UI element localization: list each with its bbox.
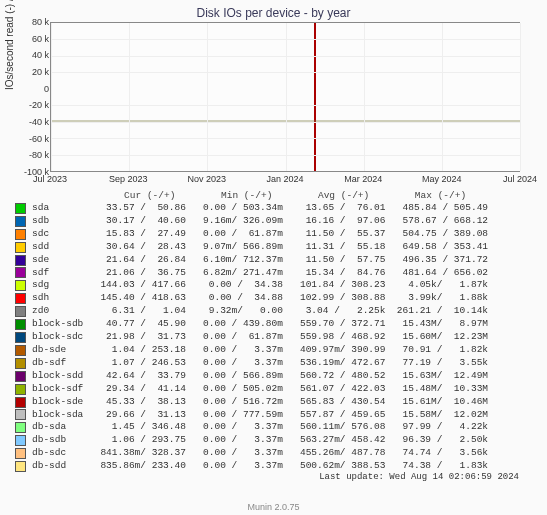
legend-swatch: [15, 332, 26, 343]
legend-text: block-sdd 42.64 / 33.79 0.00 / 566.89m 5…: [32, 370, 488, 383]
x-tick: Mar 2024: [344, 174, 382, 184]
legend-row: sdb 30.17 / 40.60 9.16m/ 326.09m 16.16 /…: [15, 215, 488, 228]
legend-swatch: [15, 461, 26, 472]
legend-swatch: [15, 345, 26, 356]
legend-text: db-sda 1.45 / 346.48 0.00 / 3.37m 560.11…: [32, 421, 488, 434]
x-tick: May 2024: [422, 174, 462, 184]
legend-row: db-sdc 841.38m/ 328.37 0.00 / 3.37m 455.…: [15, 447, 488, 460]
legend-swatch: [15, 255, 26, 266]
legend-text: block-sdc 21.98 / 31.73 0.00 / 61.87m 55…: [32, 331, 488, 344]
legend-row: sde 21.64 / 26.84 6.10m/ 712.37m 11.50 /…: [15, 254, 488, 267]
legend-row: zd0 6.31 / 1.04 9.32m/ 0.00 3.04 / 2.25k…: [15, 305, 488, 318]
legend-text: db-sdb 1.06 / 293.75 0.00 / 3.37m 563.27…: [32, 434, 488, 447]
y-tick: 60 k: [9, 34, 49, 44]
legend-text: sdd 30.64 / 28.43 9.07m/ 566.89m 11.31 /…: [32, 241, 488, 254]
legend-text: block-sda 29.66 / 31.13 0.00 / 777.59m 5…: [32, 409, 488, 422]
legend-text: block-sdf 29.34 / 41.14 0.00 / 505.02m 5…: [32, 383, 488, 396]
legend-swatch: [15, 306, 26, 317]
legend-text: sdc 15.83 / 27.49 0.00 / 61.87m 11.50 / …: [32, 228, 488, 241]
legend-text: sdh 145.40 / 418.63 0.00 / 34.88 102.99 …: [32, 292, 488, 305]
legend-row: sda 33.57 / 50.86 0.00 / 503.34m 13.65 /…: [15, 202, 488, 215]
y-tick: -60 k: [9, 134, 49, 144]
legend-swatch: [15, 384, 26, 395]
legend-text: sde 21.64 / 26.84 6.10m/ 712.37m 11.50 /…: [32, 254, 488, 267]
legend-swatch: [15, 409, 26, 420]
legend-row: db-sdf 1.07 / 246.53 0.00 / 3.37m 536.19…: [15, 357, 488, 370]
legend-swatch: [15, 397, 26, 408]
legend-header: Cur (-/+) Min (-/+) Avg (-/+) Max (-/+): [50, 190, 466, 201]
legend-swatch: [15, 203, 26, 214]
x-tick: Jan 2024: [266, 174, 303, 184]
legend-swatch: [15, 267, 26, 278]
y-tick: -20 k: [9, 100, 49, 110]
y-tick: -40 k: [9, 117, 49, 127]
legend-row: sdf 21.06 / 36.75 6.82m/ 271.47m 15.34 /…: [15, 267, 488, 280]
legend-text: db-sdf 1.07 / 246.53 0.00 / 3.37m 536.19…: [32, 357, 488, 370]
legend-row: sdg 144.03 / 417.66 0.00 / 34.38 101.84 …: [15, 279, 488, 292]
last-update-text: Last update: Wed Aug 14 02:06:59 2024: [319, 472, 519, 482]
legend-row: db-sda 1.45 / 346.48 0.00 / 3.37m 560.11…: [15, 421, 488, 434]
legend-text: db-sdc 841.38m/ 328.37 0.00 / 3.37m 455.…: [32, 447, 488, 460]
y-tick: 0: [9, 84, 49, 94]
legend-text: sdf 21.06 / 36.75 6.82m/ 271.47m 15.34 /…: [32, 267, 488, 280]
chart-title: Disk IOs per device - by year: [0, 6, 547, 20]
x-tick: Jul 2024: [503, 174, 537, 184]
data-spike: [314, 23, 316, 171]
legend-row: block-sda 29.66 / 31.13 0.00 / 777.59m 5…: [15, 409, 488, 422]
legend-swatch: [15, 358, 26, 369]
legend-swatch: [15, 229, 26, 240]
y-tick: 20 k: [9, 67, 49, 77]
legend-row: db-sdb 1.06 / 293.75 0.00 / 3.37m 563.27…: [15, 434, 488, 447]
legend-text: zd0 6.31 / 1.04 9.32m/ 0.00 3.04 / 2.25k…: [32, 305, 488, 318]
legend-row: sdd 30.64 / 28.43 9.07m/ 566.89m 11.31 /…: [15, 241, 488, 254]
x-tick: Jul 2023: [33, 174, 67, 184]
legend-text: sdg 144.03 / 417.66 0.00 / 34.38 101.84 …: [32, 279, 488, 292]
legend-table: sda 33.57 / 50.86 0.00 / 503.34m 13.65 /…: [15, 202, 488, 473]
legend-row: block-sdc 21.98 / 31.73 0.00 / 61.87m 55…: [15, 331, 488, 344]
legend-swatch: [15, 422, 26, 433]
legend-swatch: [15, 280, 26, 291]
legend-row: block-sde 45.33 / 38.13 0.00 / 516.72m 5…: [15, 396, 488, 409]
y-tick: 80 k: [9, 17, 49, 27]
x-tick: Nov 2023: [187, 174, 226, 184]
legend-row: block-sdf 29.34 / 41.14 0.00 / 505.02m 5…: [15, 383, 488, 396]
footer-text: Munin 2.0.75: [0, 502, 547, 512]
x-tick: Sep 2023: [109, 174, 148, 184]
legend-row: db-sde 1.04 / 253.18 0.00 / 3.37m 409.97…: [15, 344, 488, 357]
legend-row: block-sdb 40.77 / 45.90 0.00 / 439.80m 5…: [15, 318, 488, 331]
legend-swatch: [15, 319, 26, 330]
legend-swatch: [15, 293, 26, 304]
legend-swatch: [15, 216, 26, 227]
legend-text: sdb 30.17 / 40.60 9.16m/ 326.09m 16.16 /…: [32, 215, 488, 228]
legend-swatch: [15, 435, 26, 446]
legend-text: block-sdb 40.77 / 45.90 0.00 / 439.80m 5…: [32, 318, 488, 331]
chart-plot-area: [50, 22, 520, 172]
y-tick: 40 k: [9, 50, 49, 60]
legend-text: block-sde 45.33 / 38.13 0.00 / 516.72m 5…: [32, 396, 488, 409]
legend-text: db-sde 1.04 / 253.18 0.00 / 3.37m 409.97…: [32, 344, 488, 357]
y-tick: -80 k: [9, 150, 49, 160]
legend-swatch: [15, 242, 26, 253]
legend-row: sdc 15.83 / 27.49 0.00 / 61.87m 11.50 / …: [15, 228, 488, 241]
legend-swatch: [15, 371, 26, 382]
legend-row: block-sdd 42.64 / 33.79 0.00 / 566.89m 5…: [15, 370, 488, 383]
legend-swatch: [15, 448, 26, 459]
legend-text: sda 33.57 / 50.86 0.00 / 503.34m 13.65 /…: [32, 202, 488, 215]
legend-row: sdh 145.40 / 418.63 0.00 / 34.88 102.99 …: [15, 292, 488, 305]
